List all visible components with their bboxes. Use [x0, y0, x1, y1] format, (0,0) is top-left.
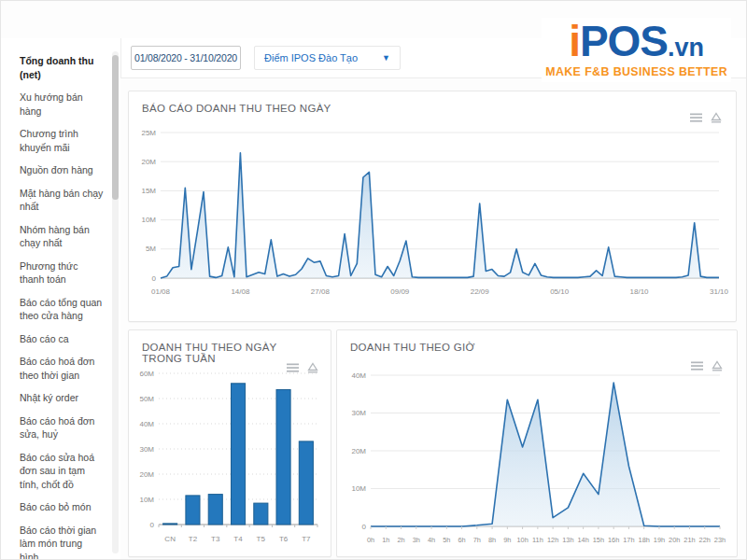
svg-text:10M: 10M [351, 484, 366, 493]
svg-text:16h: 16h [608, 536, 619, 544]
sidebar-item[interactable]: Mặt hàng bán chạy nhất [20, 187, 104, 214]
sidebar-item[interactable]: Báo cáo ca [20, 332, 104, 346]
svg-text:20M: 20M [141, 158, 156, 166]
daily-revenue-card: BÁO CÁO DOANH THU THEO NGÀY 05M10M15M20M… [128, 91, 737, 322]
svg-text:T7: T7 [302, 535, 311, 543]
svg-text:60M: 60M [139, 370, 154, 378]
sidebar-item[interactable]: Nhóm hàng bán chạy nhất [20, 223, 104, 250]
svg-text:T5: T5 [257, 535, 266, 543]
sidebar-item[interactable]: Báo cáo thời gian làm món trung bình [20, 524, 104, 560]
sidebar-item[interactable]: Xu hướng bán hàng [20, 91, 104, 118]
sidebar-item[interactable]: Tổng doanh thu (net) [20, 54, 104, 81]
date-range-input[interactable] [131, 46, 241, 70]
svg-text:8h: 8h [488, 536, 496, 544]
store-selector-dropdown[interactable]: Điểm IPOS Đào Tạo ▼ [254, 46, 401, 70]
svg-text:12h: 12h [547, 536, 558, 544]
svg-text:4h: 4h [428, 536, 435, 544]
daily-chart-toolbar [690, 112, 723, 123]
svg-text:CN: CN [164, 535, 176, 543]
svg-text:27/08: 27/08 [311, 287, 331, 296]
export-icon[interactable] [710, 112, 723, 123]
svg-text:T2: T2 [189, 535, 198, 543]
svg-text:30M: 30M [139, 445, 154, 454]
ipos-logo: iPOS.vn MAKE F&B BUSINESS BETTER [542, 18, 731, 82]
hourly-revenue-area-chart: 010M20M30M40M0h1h2h3h4h5h6h7h8h9h10h11h1… [343, 366, 731, 549]
svg-text:22h: 22h [699, 536, 711, 544]
logo-letter-i: i [569, 17, 580, 65]
logo-letters-pos: POS [580, 17, 668, 65]
sidebar-item[interactable]: Báo cáo tổng quan theo cửa hàng [20, 296, 104, 323]
daily-chart-title: BÁO CÁO DOANH THU THEO NGÀY [129, 91, 736, 114]
svg-text:5M: 5M [146, 245, 156, 253]
svg-text:10M: 10M [141, 216, 156, 224]
weekday-revenue-card: DOANH THU THEO NGÀY TRONG TUẦN 010M20M30… [128, 329, 331, 557]
svg-text:20h: 20h [669, 536, 680, 544]
svg-text:31/10: 31/10 [710, 287, 729, 296]
svg-text:0: 0 [150, 521, 155, 529]
svg-text:5h: 5h [443, 536, 450, 544]
svg-text:7h: 7h [473, 536, 481, 544]
sidebar-scrollbar[interactable] [112, 51, 119, 553]
svg-text:20M: 20M [139, 470, 154, 479]
svg-text:18/10: 18/10 [630, 287, 650, 296]
sidebar-item[interactable]: Chương trình khuyến mãi [20, 127, 104, 154]
sidebar-menu: Tổng doanh thu (net)Xu hướng bán hàngChư… [20, 54, 104, 560]
svg-text:14/08: 14/08 [231, 287, 250, 296]
store-selector-label: Điểm IPOS Đào Tạo [264, 52, 358, 63]
svg-text:0: 0 [362, 523, 367, 531]
svg-text:40M: 40M [351, 371, 366, 380]
sidebar-item[interactable]: Nhật ký order [20, 391, 104, 405]
svg-text:6h: 6h [458, 536, 465, 544]
svg-text:23h: 23h [714, 536, 726, 544]
logo-suffix-vn: .vn [668, 34, 704, 62]
sidebar-item[interactable]: Báo cáo bỏ món [20, 500, 104, 514]
svg-text:3h: 3h [413, 536, 420, 544]
svg-text:09/09: 09/09 [390, 287, 410, 296]
hourly-revenue-card: DOANH THU THEO GIỜ 010M20M30M40M0h1h2h3h… [336, 329, 738, 557]
svg-text:15M: 15M [141, 187, 156, 195]
ipos-logo-wordmark: iPOS.vn [545, 20, 727, 63]
svg-text:11h: 11h [532, 536, 543, 544]
svg-text:10M: 10M [139, 496, 154, 504]
menu-icon[interactable] [690, 112, 703, 123]
svg-text:21h: 21h [684, 536, 695, 544]
svg-text:50M: 50M [139, 395, 154, 403]
chevron-down-icon: ▼ [382, 54, 390, 63]
svg-text:22/09: 22/09 [471, 287, 490, 296]
svg-text:25M: 25M [141, 129, 156, 137]
svg-text:19h: 19h [654, 536, 665, 544]
svg-text:20M: 20M [351, 447, 366, 455]
svg-text:15h: 15h [593, 536, 604, 544]
sidebar-scrollbar-thumb[interactable] [112, 55, 119, 200]
svg-text:10h: 10h [516, 536, 528, 544]
sidebar-item[interactable]: Báo cáo hoá đơn sửa, huỷ [20, 414, 104, 441]
svg-text:14h: 14h [577, 536, 588, 544]
svg-text:2h: 2h [397, 536, 404, 544]
sidebar-item[interactable]: Phương thức thanh toán [20, 259, 104, 287]
svg-text:0: 0 [152, 274, 157, 283]
svg-text:1h: 1h [382, 536, 389, 544]
svg-text:18h: 18h [639, 536, 650, 544]
hourly-chart-title: DOANH THU THEO GIỜ [337, 330, 737, 353]
dashboard-page: Tổng doanh thu (net)Xu hướng bán hàngChư… [0, 0, 747, 560]
svg-text:40M: 40M [139, 420, 154, 428]
sidebar-item[interactable]: Báo cáo sửa hoá đơn sau in tạm tính, chố… [20, 451, 104, 492]
logo-tagline: MAKE F&B BUSINESS BETTER [545, 65, 727, 78]
svg-text:T6: T6 [279, 535, 289, 543]
svg-text:9h: 9h [503, 536, 511, 544]
sidebar: Tổng doanh thu (net)Xu hướng bán hàngChư… [1, 38, 120, 559]
svg-text:30M: 30M [351, 409, 366, 417]
svg-text:13h: 13h [562, 536, 573, 544]
svg-text:T4: T4 [233, 535, 243, 543]
daily-revenue-area-chart: 05M10M15M20M25M01/0814/0827/0809/0922/09… [134, 123, 730, 301]
sidebar-item[interactable]: Nguồn đơn hàng [20, 163, 104, 177]
svg-text:05/10: 05/10 [550, 287, 570, 296]
svg-text:17h: 17h [623, 536, 634, 544]
svg-text:0h: 0h [367, 536, 374, 544]
weekday-revenue-bar-chart: 010M20M30M40M50M60MCNT2T3T4T5T6T7 [133, 366, 327, 549]
sidebar-item[interactable]: Báo cáo hoá đơn theo thời gian [20, 355, 104, 382]
svg-text:01/08: 01/08 [151, 287, 171, 296]
svg-text:T3: T3 [211, 535, 220, 543]
weekday-chart-title: DOANH THU THEO NGÀY TRONG TUẦN [129, 330, 331, 364]
